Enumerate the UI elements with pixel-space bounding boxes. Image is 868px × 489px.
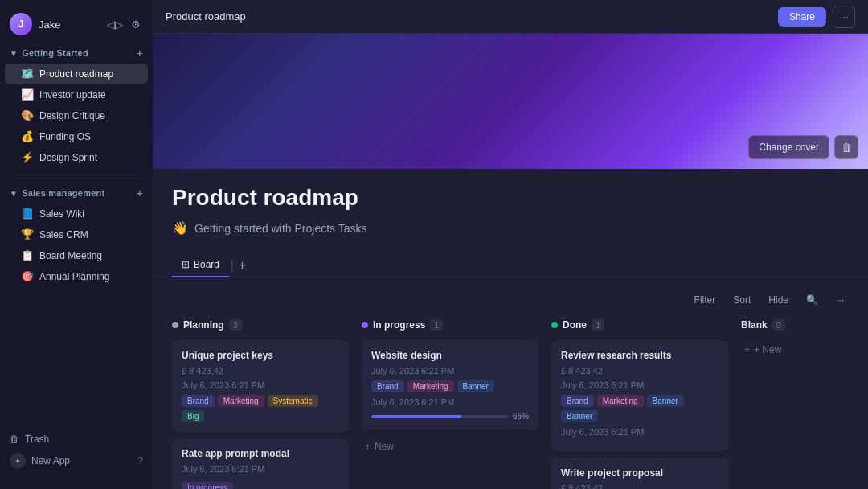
share-button[interactable]: Share: [778, 7, 826, 27]
trash-button[interactable]: 🗑 Trash: [10, 429, 143, 449]
getting-started-add-button[interactable]: +: [137, 47, 143, 60]
tag-systematic: Systematic: [268, 395, 318, 407]
done-dot: [551, 322, 558, 328]
avatar: J: [10, 13, 32, 35]
card-date-website: July 6, 2023 6:21 PM: [371, 366, 529, 376]
card-date: July 6, 2023 6:21 PM: [182, 380, 339, 390]
sidebar-item-product-roadmap[interactable]: 🗺️ Product roadmap: [5, 64, 148, 84]
card-title-write: Write project proposal: [561, 467, 719, 479]
planning-dot: [172, 322, 178, 328]
card-rate-app[interactable]: Rate app prompt modal July 6, 2023 6:21 …: [172, 438, 349, 489]
tab-board[interactable]: ⊞ Board: [172, 253, 229, 277]
sales-collapse-icon: ▼: [10, 189, 18, 198]
card-date2-review: July 6, 2023 6:21 PM: [561, 427, 719, 437]
sales-management-items: 📘 Sales Wiki 🏆 Sales CRM 📋 Board Meeting…: [0, 203, 153, 287]
trash-label: Trash: [25, 434, 49, 445]
funding-os-label: Funding OS: [39, 131, 91, 142]
sidebar-item-funding-os[interactable]: 💰 Funding OS: [5, 126, 148, 146]
filter-button[interactable]: Filter: [690, 292, 721, 308]
sidebar-item-sales-crm[interactable]: 🏆 Sales CRM: [5, 224, 148, 244]
page-title: Product roadmap: [172, 185, 849, 211]
add-new-label-p: New: [375, 441, 394, 452]
column-blank: Blank 0 + + New: [741, 319, 868, 489]
column-blank-header: Blank 0: [741, 319, 868, 331]
done-count: 1: [592, 319, 604, 331]
column-done: Done 1 Review research results £ 8 423,4…: [551, 319, 728, 489]
card-website-design[interactable]: Website design July 6, 2023 6:21 PM Bran…: [362, 340, 538, 430]
sort-button[interactable]: Sort: [728, 292, 755, 308]
sidebar-item-sales-wiki[interactable]: 📘 Sales Wiki: [5, 203, 148, 224]
subtitle-emoji: 👋: [172, 220, 188, 236]
help-icon: ?: [137, 455, 143, 466]
board-tab-icon: ⊞: [182, 259, 190, 270]
card-tags-review: Brand Marketing Banner Banner: [561, 395, 719, 422]
blank-add-new-button[interactable]: + + New: [741, 340, 868, 360]
trash-icon: 🗑: [10, 434, 19, 445]
collapse-icon: ▼: [10, 49, 18, 58]
sidebar-header: J Jake ◁▷ ⚙: [0, 10, 153, 42]
sidebar-divider: [10, 175, 143, 175]
sidebar-item-design-sprint[interactable]: ⚡ Design Sprint: [5, 147, 148, 167]
tag-banner-w: Banner: [457, 380, 494, 392]
progress-add-new-button[interactable]: + New: [362, 437, 538, 456]
more-options-button[interactable]: ···: [833, 6, 855, 28]
search-button[interactable]: 🔍: [801, 292, 823, 308]
new-app-button[interactable]: ✦ New App ?: [10, 449, 143, 473]
sidebar: J Jake ◁▷ ⚙ ▼ Getting Started + 🗺️ Produ…: [0, 0, 153, 489]
hide-button[interactable]: Hide: [764, 292, 793, 308]
tag-brand: Brand: [182, 395, 215, 407]
board-meeting-icon: 📋: [21, 249, 34, 261]
progress-bar-fill: [371, 415, 461, 418]
main-content: Product roadmap Share ··· Change cover 🗑…: [153, 0, 868, 489]
section-subtitle: 👋 Getting started with Projects Tasks: [172, 220, 849, 236]
sidebar-item-board-meeting[interactable]: 📋 Board Meeting: [5, 245, 148, 265]
username-label: Jake: [39, 18, 60, 31]
board-toolbar: Filter Sort Hide 🔍 ···: [153, 287, 868, 313]
column-done-header: Done 1: [551, 319, 728, 331]
card-unique-project-keys[interactable]: Unique project keys £ 8 423,42 July 6, 2…: [172, 340, 349, 432]
card-write-proposal[interactable]: Write project proposal £ 8 423,42 Done: [551, 458, 728, 489]
new-app-icon: ✦: [10, 453, 26, 469]
tag-brand-w: Brand: [371, 380, 404, 392]
add-view-button[interactable]: +: [235, 255, 249, 276]
design-sprint-icon: ⚡: [21, 151, 34, 163]
annual-planning-icon: 🎯: [21, 270, 34, 282]
delete-cover-button[interactable]: 🗑: [834, 135, 858, 159]
product-roadmap-icon: 🗺️: [21, 68, 34, 80]
design-sprint-label: Design Sprint: [39, 152, 97, 163]
card-tags-website: Brand Marketing Banner: [371, 380, 529, 392]
board-tab-label: Board: [194, 259, 219, 270]
sales-management-section[interactable]: ▼ Sales management +: [0, 182, 153, 203]
in-progress-badge: In progress: [182, 482, 233, 489]
card-review-research[interactable]: Review research results £ 8 423,42 July …: [551, 340, 728, 451]
tag-banner-r1: Banner: [647, 395, 684, 407]
sales-crm-icon: 🏆: [21, 228, 34, 240]
getting-started-section[interactable]: ▼ Getting Started +: [0, 42, 153, 63]
settings-icon[interactable]: ⚙: [129, 16, 143, 33]
sales-management-label: Sales management: [22, 188, 104, 198]
change-cover-button[interactable]: Change cover: [748, 135, 829, 159]
investor-update-icon: 📈: [21, 88, 34, 101]
progress-percent: 66%: [513, 412, 529, 421]
sales-wiki-icon: 📘: [21, 208, 34, 220]
card-title-rate: Rate app prompt modal: [182, 448, 339, 459]
sidebar-item-investor-update[interactable]: 📈 Investor update: [5, 84, 148, 105]
product-roadmap-label: Product roadmap: [39, 68, 113, 80]
page-header: Product roadmap 👋 Getting started with P…: [153, 169, 868, 253]
add-icon-p: +: [365, 441, 371, 452]
column-progress-header: In progress 1: [362, 319, 538, 331]
sidebar-item-design-critique[interactable]: 🎨 Design Critique: [5, 105, 148, 125]
card-title-review: Review research results: [561, 350, 719, 361]
design-critique-icon: 🎨: [21, 109, 34, 121]
view-tabs: ⊞ Board | +: [153, 253, 868, 277]
sales-management-add-button[interactable]: +: [137, 187, 143, 199]
cover-image: Change cover 🗑: [153, 34, 868, 169]
toggle-sidebar-button[interactable]: ◁▷: [104, 16, 125, 33]
subtitle-text: Getting started with Projects Tasks: [194, 222, 367, 235]
column-in-progress: In progress 1 Website design July 6, 202…: [362, 319, 538, 489]
blank-column-name: Blank: [741, 319, 768, 331]
getting-started-items: 🗺️ Product roadmap 📈 Investor update 🎨 D…: [0, 63, 153, 168]
board-more-button[interactable]: ···: [831, 292, 849, 308]
sidebar-item-annual-planning[interactable]: 🎯 Annual Planning: [5, 266, 148, 286]
board-meeting-label: Board Meeting: [39, 250, 102, 261]
